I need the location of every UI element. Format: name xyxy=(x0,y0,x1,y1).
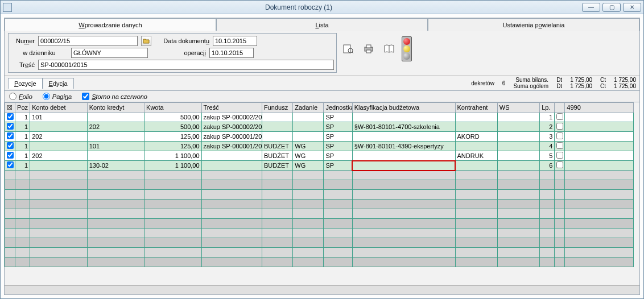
col-debet[interactable]: Konto debet xyxy=(30,103,87,113)
col-4990[interactable]: 4990 xyxy=(565,103,634,113)
col-kontrahent[interactable]: Kontrahent xyxy=(455,103,497,113)
preview-button[interactable] xyxy=(340,42,356,56)
numer-label: Numer xyxy=(11,38,35,44)
summary: dekretów 6 Suma bilans.Suma ogólem DtDt … xyxy=(471,77,636,89)
col-zadanie[interactable]: Zadanie xyxy=(293,103,324,113)
row-flag[interactable] xyxy=(556,113,563,120)
row-flag[interactable] xyxy=(556,132,563,139)
col-klasyf[interactable]: Klasyfikacja budżetowa xyxy=(352,103,455,113)
row-flag[interactable] xyxy=(556,123,563,130)
col-lp[interactable]: Lp. xyxy=(540,103,555,113)
col-ws[interactable]: WS xyxy=(497,103,539,113)
grid-header: ☒ Poz Konto debet Konto kredyt Kwota Tre… xyxy=(5,103,634,113)
minimize-button[interactable]: — xyxy=(582,3,600,12)
book-button[interactable] xyxy=(381,42,397,56)
table-row[interactable]: 1130-021 100,00BUDŻETWGSP6 xyxy=(5,161,634,171)
row-check[interactable] xyxy=(7,152,14,159)
window-title: Dokument roboczy (1) xyxy=(15,3,582,11)
col-kredyt[interactable]: Konto kredyt xyxy=(87,103,144,113)
svg-rect-5 xyxy=(366,50,371,53)
table-row[interactable]: 1202500,00zakup SP-000002/20SP§W-801-801… xyxy=(5,122,634,132)
row-flag[interactable] xyxy=(556,142,563,149)
table-row[interactable] xyxy=(5,209,634,219)
tresc-label: Treść xyxy=(11,61,35,68)
row-check[interactable] xyxy=(7,142,14,149)
data-dok-label: Data dokumentu xyxy=(155,38,209,44)
tab-wprowadzanie[interactable]: Wprowadzanie danych xyxy=(5,18,216,31)
horizontal-scrollbar[interactable] xyxy=(5,285,639,294)
preview-icon xyxy=(342,44,354,54)
table-row[interactable]: 1101125,00zakup SP-000001/20BUDŻETWGSP§W… xyxy=(5,142,634,151)
table-row[interactable] xyxy=(5,190,634,200)
dekretow-value: 6 xyxy=(502,80,506,86)
col-tresc[interactable]: Treść xyxy=(201,103,262,113)
traffic-light[interactable] xyxy=(402,36,412,61)
col-jednostka[interactable]: Jednostka xyxy=(324,103,352,113)
operacji-input[interactable] xyxy=(209,48,254,58)
col-chk2[interactable] xyxy=(555,103,565,113)
traffic-yellow-icon xyxy=(403,45,410,52)
table-row[interactable] xyxy=(5,219,634,229)
table-row[interactable] xyxy=(5,200,634,209)
folder-icon xyxy=(143,38,150,44)
table-row[interactable]: 1101500,00zakup SP-000002/20SP1 xyxy=(5,113,634,122)
maximize-button[interactable]: ▢ xyxy=(602,3,621,12)
radio-pagina[interactable]: Pagina xyxy=(43,93,72,100)
check-storno[interactable]: Storno na czerwono xyxy=(82,93,147,100)
table-row[interactable] xyxy=(5,180,634,190)
positions-grid[interactable]: ☒ Poz Konto debet Konto kredyt Kwota Tre… xyxy=(5,102,634,267)
row-flag[interactable] xyxy=(556,161,563,168)
printer-icon xyxy=(363,44,374,54)
radio-folio[interactable]: Folio xyxy=(9,93,32,100)
table-row[interactable]: 12021 100,00BUDŻETWGSPANDRUK5 xyxy=(5,151,634,161)
table-row[interactable] xyxy=(5,229,634,238)
table-row[interactable] xyxy=(5,238,634,248)
tresc-input[interactable] xyxy=(38,60,334,70)
dekretow-label: dekretów xyxy=(471,80,494,86)
system-menu-icon[interactable] xyxy=(3,3,12,12)
titlebar: Dokument roboczy (1) — ▢ ✕ xyxy=(1,1,643,14)
table-row[interactable]: 1202125,00zakup SP-000001/20SPAKORD3 xyxy=(5,132,634,142)
row-check[interactable] xyxy=(7,123,14,130)
print-button[interactable] xyxy=(361,42,377,56)
table-row[interactable] xyxy=(5,248,634,258)
subtab-pozycje[interactable]: Pozycje xyxy=(8,78,43,89)
top-tabs: Wprowadzanie danych Lista Ustawienia pow… xyxy=(5,18,639,31)
traffic-green-icon xyxy=(403,53,410,60)
numer-lookup-button[interactable] xyxy=(141,36,151,46)
svg-rect-4 xyxy=(366,45,371,48)
col-poz[interactable]: Poz xyxy=(15,103,30,113)
col-kwota[interactable]: Kwota xyxy=(145,103,201,113)
svg-line-2 xyxy=(352,52,353,53)
book-icon xyxy=(383,44,395,54)
col-fundusz[interactable]: Fundusz xyxy=(262,103,293,113)
tab-ustawienia[interactable]: Ustawienia powielania xyxy=(428,18,639,31)
data-dok-input[interactable] xyxy=(213,36,257,46)
dziennik-label: w dzienniku xyxy=(11,49,68,56)
close-button[interactable]: ✕ xyxy=(623,3,641,12)
numer-input[interactable] xyxy=(38,36,138,46)
row-check[interactable] xyxy=(7,132,14,139)
row-flag[interactable] xyxy=(556,152,563,159)
table-row[interactable] xyxy=(5,258,634,267)
tab-lista[interactable]: Lista xyxy=(216,18,428,31)
row-check[interactable] xyxy=(7,113,14,120)
operacji-label: operacji xyxy=(151,49,206,56)
col-select[interactable]: ☒ xyxy=(5,103,15,113)
traffic-red-icon xyxy=(403,38,410,45)
svg-rect-0 xyxy=(344,45,350,53)
table-row[interactable] xyxy=(5,171,634,180)
dziennik-input[interactable] xyxy=(71,48,148,58)
subtab-edycja[interactable]: Edycja xyxy=(43,78,74,89)
row-check[interactable] xyxy=(7,161,14,168)
